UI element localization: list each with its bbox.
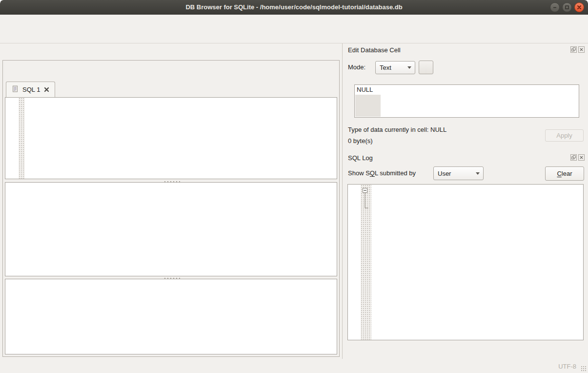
editor-code — [25, 98, 337, 179]
cell-type-text: Type of data currently in cell: NULL — [348, 126, 446, 133]
left-panel: SQL 1 — [0, 43, 342, 359]
execution-message — [5, 279, 337, 354]
window-controls — [550, 2, 584, 12]
menubar — [0, 15, 588, 27]
sql-tab-bar: SQL 1 — [6, 81, 55, 97]
mode-value: Text — [380, 64, 391, 71]
close-tab-icon[interactable] — [43, 86, 50, 93]
editor-fold-margin — [19, 98, 25, 179]
log-fold-margin — [361, 185, 371, 340]
chevron-down-icon — [407, 66, 411, 69]
cell-value: NULL — [357, 86, 373, 93]
log-code — [371, 185, 583, 340]
statusbar: UTF-8 — [0, 359, 588, 373]
sql-document-icon — [11, 85, 19, 94]
fold-tree-icon[interactable] — [361, 185, 371, 248]
close-icon[interactable] — [574, 2, 584, 12]
minimize-icon[interactable] — [550, 2, 560, 12]
log-source-value: User — [438, 170, 451, 177]
titlebar[interactable]: DB Browser for SQLite - /home/user/code/… — [0, 0, 588, 15]
window-title: DB Browser for SQLite - /home/user/code/… — [0, 0, 588, 15]
import-data-button[interactable] — [419, 61, 433, 74]
dock-buttons — [570, 46, 585, 53]
edit-cell-dock-title: Edit Database Cell — [348, 46, 401, 54]
workspace: SQL 1 Edit Database Cell — [0, 43, 588, 359]
sql-log-dock-title: SQL Log — [348, 154, 373, 162]
log-filter-label: Show SQL submitted by — [348, 169, 416, 177]
sql-tab-label: SQL 1 — [22, 86, 40, 93]
chevron-down-icon — [476, 172, 480, 175]
editor-line-numbers — [5, 98, 19, 179]
apply-button[interactable]: Apply — [545, 129, 584, 142]
results-grid[interactable] — [5, 182, 337, 276]
mode-label: Mode: — [348, 63, 365, 71]
right-dock: Edit Database Cell Mode: Text NULL Type … — [342, 43, 588, 359]
dock-close-icon[interactable] — [578, 154, 585, 161]
sql-editor-tab[interactable]: SQL 1 — [6, 82, 55, 97]
dock-buttons — [570, 154, 585, 161]
dock-float-icon[interactable] — [570, 46, 577, 53]
log-line-numbers — [348, 185, 361, 340]
resize-grip[interactable] — [581, 366, 587, 372]
execute-sql-pane: SQL 1 — [2, 60, 340, 357]
cell-editor-margin — [355, 95, 381, 117]
sql-log-view[interactable] — [347, 184, 584, 340]
log-source-select[interactable]: User — [433, 166, 484, 180]
app-window: DB Browser for SQLite - /home/user/code/… — [0, 0, 588, 373]
dock-float-icon[interactable] — [570, 154, 577, 161]
encoding-status: UTF-8 — [558, 363, 576, 370]
main-toolbar — [0, 27, 588, 43]
cell-value-editor[interactable]: NULL — [354, 84, 579, 118]
clear-log-button[interactable]: Clear — [545, 166, 584, 181]
sql-editor[interactable] — [5, 97, 337, 179]
mode-select[interactable]: Text — [375, 61, 415, 74]
cell-size-text: 0 byte(s) — [348, 137, 373, 145]
dock-close-icon[interactable] — [578, 46, 585, 53]
maximize-icon[interactable] — [562, 2, 572, 12]
